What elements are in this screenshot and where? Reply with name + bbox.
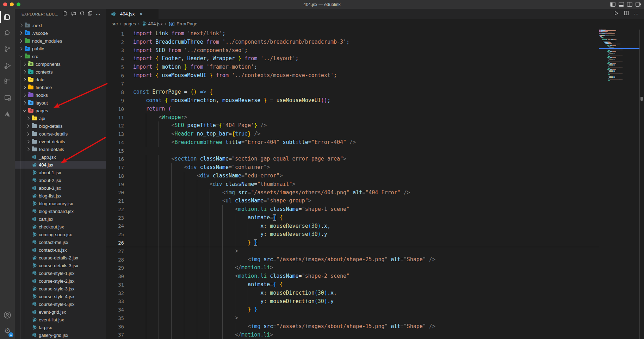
code-line-9[interactable]: 9 const { mouseDirection, mouseReverse }…: [106, 96, 599, 105]
code-line-4[interactable]: 4import { Footer, Header, Wrapper } from…: [106, 55, 599, 63]
tree-item-blog-list-jsx[interactable]: blog-list.jsx: [15, 192, 106, 200]
tab-404jsx[interactable]: 404.jsx ×: [106, 9, 159, 19]
overview-ruler[interactable]: [639, 30, 644, 339]
toggle-sidebar-icon[interactable]: [610, 2, 615, 7]
tree-item--next[interactable]: N.next: [15, 21, 106, 29]
tree-item-gallery-grid-jsx[interactable]: gallery-grid.jsx: [15, 331, 106, 339]
explorer-icon[interactable]: [0, 9, 15, 25]
code-line-32[interactable]: 32 x: mouseDirection(30).x,: [106, 289, 599, 297]
tree-item-contact-us-jsx[interactable]: contact-us.jsx: [15, 246, 106, 254]
code-line-37[interactable]: 37 </motion.li>: [106, 331, 599, 339]
code-line-35[interactable]: 35 >: [106, 314, 599, 322]
code-line-34[interactable]: 34 } }: [106, 306, 599, 314]
code-line-17[interactable]: 17 <div className="container">: [106, 163, 599, 172]
extensions-icon[interactable]: [0, 74, 15, 90]
code-line-30[interactable]: 30 <motion.li className="shape-2 scene": [106, 272, 599, 281]
code-line-33[interactable]: 33 y: mouseDirection(30).y: [106, 297, 599, 306]
breadcrumb-item-ErrorPage[interactable]: [@]ErrorPage: [168, 21, 197, 26]
customize-layout-icon[interactable]: [636, 2, 641, 7]
tree-item-checkout-jsx[interactable]: checkout.jsx: [15, 223, 106, 231]
code-line-18[interactable]: 18 <div className="edu-error">: [106, 172, 599, 180]
tree-item--app-jsx[interactable]: _app.jsx: [15, 153, 106, 161]
code-line-2[interactable]: 2import BreadcrumbThree from '../compone…: [106, 38, 599, 46]
more-actions-icon[interactable]: ⋯: [96, 12, 101, 17]
accounts-icon[interactable]: [0, 307, 15, 323]
minimap[interactable]: [599, 30, 640, 339]
code-line-11[interactable]: 11 <Wrapper>: [106, 113, 599, 122]
code-line-26[interactable]: 26 } }: [106, 239, 599, 247]
tree-item-404-jsx[interactable]: 404.jsx: [15, 161, 106, 169]
tree-item-course-style-3-jsx[interactable]: course-style-3.jsx: [15, 285, 106, 293]
refresh-icon[interactable]: [80, 11, 85, 17]
tree-item-cart-jsx[interactable]: cart.jsx: [15, 215, 106, 223]
tree-item-course-details-3-jsx[interactable]: course-details-3.jsx: [15, 262, 106, 269]
tree-item-hooks[interactable]: hooks: [15, 91, 106, 99]
tree-item-team-details[interactable]: team-details: [15, 145, 106, 153]
code-line-31[interactable]: 31 animate={ {: [106, 281, 599, 289]
code-line-28[interactable]: 28 <img src="/assets/images/about/shape-…: [106, 256, 599, 264]
code-line-6[interactable]: 6import { useMouseMoveUI } from '../cont…: [106, 71, 599, 80]
tree-item-contexts[interactable]: ▲contexts: [15, 68, 106, 76]
code-line-8[interactable]: 8const ErrorPage = () => {: [106, 88, 599, 96]
tree-item--vscode[interactable]: ◧.vscode: [15, 29, 106, 37]
tree-item-course-details-2-jsx[interactable]: course-details-2.jsx: [15, 254, 106, 262]
code-line-22[interactable]: 22 <motion.li className="shape-1 scene": [106, 205, 599, 214]
code-line-14[interactable]: 14 <BreadcrumbThree title="Error-404" su…: [106, 138, 599, 147]
tree-item-course-style-5-jsx[interactable]: course-style-5.jsx: [15, 300, 106, 308]
code-line-20[interactable]: 20 <img src="/assets/images/others/404.p…: [106, 189, 599, 197]
split-editor-icon[interactable]: [624, 11, 629, 17]
tree-item-blog-details[interactable]: blog-details: [15, 122, 106, 130]
code-line-25[interactable]: 25 y: mouseReverse(30).y: [106, 230, 599, 239]
tree-item-event-list-jsx[interactable]: event-list.jsx: [15, 316, 106, 324]
code-line-10[interactable]: 10 return (: [106, 105, 599, 113]
breadcrumb-item-404-jsx[interactable]: 404.jsx: [142, 21, 162, 26]
toggle-panel-icon[interactable]: [619, 2, 624, 7]
code-line-1[interactable]: 1import Link from 'next/link';: [106, 30, 599, 38]
tree-item-contact-me-jsx[interactable]: contact-me.jsx: [15, 238, 106, 246]
code-line-3[interactable]: 3import SEO from '../components/seo';: [106, 46, 599, 55]
code-line-36[interactable]: 36 <img src="/assets/images/about/shape-…: [106, 322, 599, 331]
breadcrumb-item-pages[interactable]: pages: [124, 21, 136, 26]
code-line-29[interactable]: 29 </motion.li>: [106, 264, 599, 272]
azure-extension-icon[interactable]: [0, 106, 15, 122]
tree-item-event-details[interactable]: event-details: [15, 138, 106, 145]
tree-item-api[interactable]: #api: [15, 114, 106, 122]
remote-explorer-icon[interactable]: [0, 90, 15, 106]
run-code-icon[interactable]: [614, 11, 619, 17]
breadcrumb-item-src[interactable]: src: [112, 21, 118, 26]
new-folder-icon[interactable]: [71, 11, 76, 17]
tree-item-course-style-4-jsx[interactable]: course-style-4.jsx: [15, 293, 106, 300]
settings-gear-icon[interactable]: ⚙ 1: [0, 323, 15, 339]
tree-item-pages[interactable]: ▤pages: [15, 107, 106, 114]
tree-item-blog-masonry-jsx[interactable]: blog-masonry.jsx: [15, 200, 106, 207]
tree-item-course-style-1-jsx[interactable]: course-style-1.jsx: [15, 269, 106, 277]
search-icon[interactable]: [0, 25, 15, 41]
tree-item-event-grid-jsx[interactable]: event-grid.jsx: [15, 308, 106, 316]
code-editor[interactable]: 1import Link from 'next/link';2import Br…: [106, 29, 599, 339]
tree-item-faq-jsx[interactable]: faq.jsx: [15, 324, 106, 331]
code-line-15[interactable]: 15: [106, 147, 599, 155]
tree-item-about-2-jsx[interactable]: about-2.jsx: [15, 176, 106, 184]
code-line-19[interactable]: 19 <div className="thumbnail">: [106, 180, 599, 189]
tree-item-firebase[interactable]: firebase: [15, 83, 106, 91]
editor-more-actions-icon[interactable]: ⋯: [634, 11, 639, 17]
code-line-12[interactable]: 12 <SEO pageTitle={'404 Page'} />: [106, 121, 599, 130]
code-line-24[interactable]: 24 x: mouseReverse(30).x,: [106, 222, 599, 231]
tree-item-layout[interactable]: ▣layout: [15, 99, 106, 107]
code-line-23[interactable]: 23 animate={ {: [106, 214, 599, 222]
tree-item-components[interactable]: ▦components: [15, 60, 106, 68]
source-control-icon[interactable]: [0, 41, 15, 57]
code-line-27[interactable]: 27 >: [106, 247, 599, 256]
tree-item-coming-soon-jsx[interactable]: coming-soon.jsx: [15, 231, 106, 238]
code-line-7[interactable]: 7: [106, 80, 599, 88]
tree-item-public[interactable]: ⊕public: [15, 45, 106, 52]
tree-item-about-3-jsx[interactable]: about-3.jsx: [15, 184, 106, 192]
code-line-21[interactable]: 21 <ul className="shape-group">: [106, 197, 599, 205]
split-editor-right-icon[interactable]: [627, 2, 632, 7]
run-debug-icon[interactable]: [0, 57, 15, 74]
new-file-icon[interactable]: [63, 11, 68, 17]
code-line-5[interactable]: 5import { motion } from 'framer-motion';: [106, 63, 599, 71]
collapse-folders-icon[interactable]: [88, 11, 93, 17]
code-line-13[interactable]: 13 <Header no_top_bar={true} />: [106, 130, 599, 138]
tab-close-icon[interactable]: ×: [140, 11, 143, 17]
